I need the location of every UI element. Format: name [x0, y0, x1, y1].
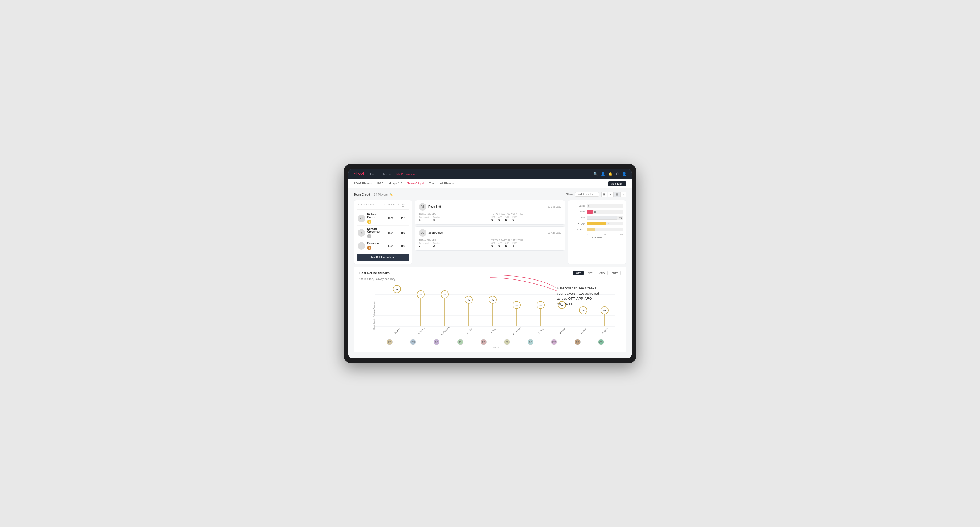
- player-card: JC Josh Coles 26 Aug 2023 Total Rounds T…: [415, 226, 565, 251]
- tablet-device: clippd Home Teams My Performance 🔍 👤 🔔 ⚙…: [344, 164, 636, 363]
- nav-pga[interactable]: PGA: [377, 179, 383, 188]
- card-date: 02 Sep 2023: [547, 205, 561, 208]
- nav-all-players[interactable]: All Players: [440, 179, 454, 188]
- player-name: Cameron...: [367, 242, 384, 245]
- stat-row: OTT 0 APP 0 ARG 0: [492, 216, 561, 222]
- stat-item: ARG 0: [505, 242, 509, 248]
- player-info: Richard Butler 1: [367, 213, 384, 224]
- edit-icon[interactable]: ✏️: [389, 193, 393, 196]
- stat-title: Total Rounds: [419, 213, 488, 215]
- player-score: 17/20: [384, 244, 398, 248]
- card-view-btn[interactable]: ▤: [614, 192, 620, 197]
- practice-group: Total Practice Activities OTT 0 APP 0: [492, 239, 561, 248]
- stat-label: ARG: [505, 216, 509, 218]
- stat-item: APP 0: [498, 216, 502, 222]
- nav-team-clippd[interactable]: Team Clippd: [407, 179, 424, 188]
- svg-text:6x: 6x: [444, 294, 446, 296]
- card-player-name: Josh Coles: [428, 231, 442, 234]
- stat-value: 0: [505, 244, 509, 248]
- stat-label: OTT: [492, 216, 495, 218]
- show-label: Show: [566, 193, 573, 196]
- nav-tour[interactable]: Tour: [429, 179, 434, 188]
- bar-value: 3: [588, 205, 630, 207]
- view-full-leaderboard-button[interactable]: View Full Leaderboard: [356, 254, 409, 261]
- ott-tab[interactable]: OTT: [573, 271, 584, 275]
- settings-icon[interactable]: ⚙: [616, 172, 619, 176]
- arg-tab[interactable]: ARG: [597, 271, 608, 275]
- bar-row: Eagles 3: [571, 204, 624, 208]
- avatar: RB: [358, 215, 365, 222]
- streaks-tabs: OTT APP ARG PUTT: [573, 271, 621, 275]
- player-name: Edward Crossman: [367, 227, 384, 233]
- bar-track: 96: [587, 210, 624, 214]
- player-avg: 110: [398, 217, 408, 220]
- player-avatars-row: EE BM DB JC RB EC DF MM RB CQ: [375, 339, 616, 345]
- svg-text:C. Quick: C. Quick: [602, 328, 609, 334]
- table-row[interactable]: EC Edward Crossman 2 18/20 107: [356, 226, 409, 240]
- period-select[interactable]: Last 3 months: [575, 192, 599, 197]
- bar-track: 131: [587, 227, 624, 231]
- rounds-group: Total Rounds Tournament 8 Practice 4: [419, 213, 488, 222]
- streaks-header: Best Round Streaks OTT APP ARG PUTT: [359, 271, 621, 275]
- putt-tab[interactable]: PUTT: [609, 271, 621, 275]
- avatar: RB: [419, 203, 426, 211]
- stat-label: APP: [498, 216, 502, 218]
- svg-text:3x: 3x: [582, 310, 584, 312]
- team-header: Team Clippd | 14 Players ✏️ Show Last 3 …: [354, 192, 626, 197]
- col-header-pb: PB SCORE: [384, 203, 397, 208]
- round-label: Practice: [433, 242, 440, 244]
- nav-home[interactable]: Home: [370, 173, 378, 176]
- svg-text:J. Coles: J. Coles: [466, 328, 472, 334]
- bar-track: 3: [587, 204, 624, 208]
- stat-value: 0: [498, 244, 502, 248]
- table-row[interactable]: C Cameron... 3 17/20 103: [356, 240, 409, 252]
- chart-view-btn[interactable]: ↕: [620, 192, 626, 197]
- col-headers: PLAYER NAME PB SCORE PB AVG SQ: [356, 203, 409, 210]
- avatar-icon[interactable]: 👤: [622, 172, 626, 176]
- x-tick: 400: [620, 233, 624, 235]
- bar-fill: [587, 204, 587, 208]
- player-info: Edward Crossman 2: [367, 227, 384, 238]
- svg-text:5x: 5x: [492, 299, 494, 301]
- bell-icon[interactable]: 🔔: [608, 172, 612, 176]
- nav-teams[interactable]: Teams: [383, 173, 391, 176]
- nav-hcaps[interactable]: Hcaps 1-5: [389, 179, 402, 188]
- player-avg: 107: [398, 232, 408, 235]
- svg-text:5x: 5x: [468, 299, 470, 301]
- stat-value: 0: [498, 218, 502, 222]
- stat-value: 0: [512, 218, 517, 222]
- stat-label: PUTT: [512, 242, 517, 244]
- svg-text:E. Ebert: E. Ebert: [394, 328, 400, 334]
- card-player-info: JC Josh Coles: [419, 229, 442, 237]
- chart-x-label: Total Shots: [571, 237, 624, 239]
- app-logo: clippd: [354, 172, 364, 176]
- streaks-title: Best Round Streaks: [359, 271, 390, 275]
- add-team-button[interactable]: Add Team: [608, 181, 626, 186]
- bar-row: Bogeys 311: [571, 222, 624, 225]
- round-label: Tournament: [419, 242, 429, 244]
- player-info: Cameron... 3: [367, 242, 384, 250]
- bar-value: 499: [618, 216, 630, 219]
- svg-text:B. McHerg: B. McHerg: [418, 327, 425, 335]
- round-item: Tournament 7: [419, 242, 429, 248]
- bar-track: 311: [587, 222, 624, 225]
- nav-pgat-players[interactable]: PGAT Players: [354, 179, 372, 188]
- search-icon[interactable]: 🔍: [593, 172, 598, 176]
- nav-my-performance[interactable]: My Performance: [396, 173, 418, 176]
- table-row[interactable]: RB Richard Butler 1 19/20 110: [356, 211, 409, 226]
- svg-text:R. Britt: R. Britt: [490, 328, 496, 333]
- player-score: 18/20: [384, 232, 398, 235]
- grid-view-btn[interactable]: ⊞: [601, 192, 607, 197]
- svg-text:4x: 4x: [515, 304, 518, 306]
- team-title: Team Clippd | 14 Players ✏️: [354, 193, 393, 196]
- svg-text:M. Maher: M. Maher: [559, 327, 566, 334]
- user-icon[interactable]: 👤: [601, 172, 605, 176]
- svg-text:E. Crossman: E. Crossman: [513, 326, 522, 335]
- app-tab[interactable]: APP: [585, 271, 595, 275]
- bar-fill: [587, 227, 595, 231]
- bar-row: Birdies 96: [571, 210, 624, 214]
- round-item: Tournament 8: [419, 216, 429, 222]
- list-view-btn[interactable]: ≡: [608, 192, 614, 197]
- round-value: 7: [419, 244, 429, 248]
- svg-text:4x: 4x: [539, 304, 542, 306]
